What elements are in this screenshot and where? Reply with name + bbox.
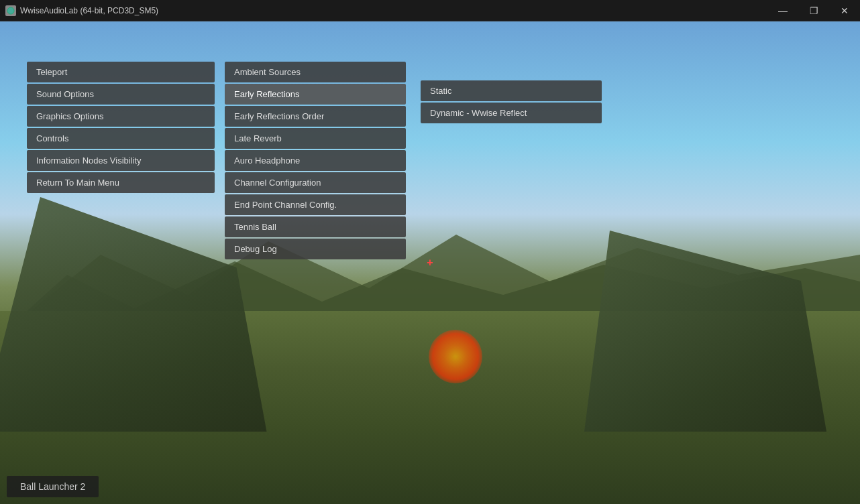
menu-item-teleport[interactable]: Teleport	[27, 62, 215, 82]
menu-column-1: Teleport Sound Options Graphics Options …	[27, 62, 215, 194]
campfire-glow	[429, 330, 482, 383]
status-bar: Ball Launcher 2	[7, 476, 99, 497]
menu-item-late-reverb[interactable]: Late Reverb	[225, 128, 406, 149]
svg-point-0	[7, 7, 14, 14]
menu-item-graphics-options[interactable]: Graphics Options	[27, 106, 215, 127]
menu-item-endpoint-channel-config[interactable]: End Point Channel Config.	[225, 194, 406, 215]
maximize-button[interactable]: ❐	[798, 0, 829, 21]
menu-column-3: Static Dynamic - Wwise Reflect	[421, 80, 602, 125]
title-bar: WwiseAudioLab (64-bit, PCD3D_SM5) — ❐ ✕	[0, 0, 860, 21]
menu-item-static[interactable]: Static	[421, 80, 602, 101]
menu-item-sound-options[interactable]: Sound Options	[27, 84, 215, 105]
menu-item-dynamic-wwise-reflect[interactable]: Dynamic - Wwise Reflect	[421, 103, 602, 123]
close-button[interactable]: ✕	[829, 0, 860, 21]
menu-item-tennis-ball[interactable]: Tennis Ball	[225, 216, 406, 237]
menu-item-early-reflections[interactable]: Early Reflections	[225, 84, 406, 105]
window-controls: — ❐ ✕	[767, 0, 860, 21]
menu-item-controls[interactable]: Controls	[27, 128, 215, 149]
app-icon	[5, 5, 16, 16]
menu-item-debug-log[interactable]: Debug Log	[225, 239, 406, 259]
crosshair: +	[427, 257, 433, 269]
window-title: WwiseAudioLab (64-bit, PCD3D_SM5)	[20, 6, 158, 15]
menu-item-return-main[interactable]: Return To Main Menu	[27, 172, 215, 193]
menu-item-channel-config[interactable]: Channel Configuration	[225, 172, 406, 193]
title-bar-left: WwiseAudioLab (64-bit, PCD3D_SM5)	[0, 5, 158, 16]
game-viewport: + Teleport Sound Options Graphics Option…	[0, 21, 860, 504]
menu-item-early-reflections-order[interactable]: Early Reflections Order	[225, 106, 406, 127]
menu-item-ambient-sources[interactable]: Ambient Sources	[225, 62, 406, 82]
minimize-button[interactable]: —	[767, 0, 798, 21]
menu-item-auro-headphone[interactable]: Auro Headphone	[225, 150, 406, 171]
status-label: Ball Launcher 2	[20, 481, 85, 492]
menu-item-info-nodes[interactable]: Information Nodes Visibility	[27, 150, 215, 171]
menu-column-2: Ambient Sources Early Reflections Early …	[225, 62, 406, 261]
